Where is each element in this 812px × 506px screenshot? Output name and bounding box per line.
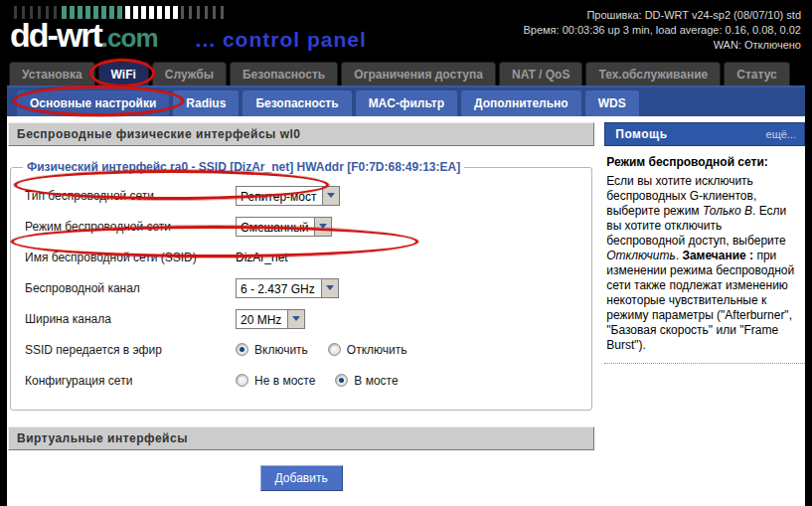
row-channel-width: Ширина канала 20 MHz	[21, 303, 581, 334]
help-more-link[interactable]: ещё...	[766, 128, 796, 140]
channel-width-value: 20 MHz	[237, 310, 287, 328]
wireless-channel-label: Беспроводной канал	[25, 281, 236, 295]
settings-column: Беспроводные физические интерфейсы wl0 Ф…	[7, 122, 594, 506]
radio-bridged-label: В мосте	[354, 374, 398, 388]
dropdown-arrow-icon	[322, 187, 339, 205]
radio-unbridged[interactable]	[236, 374, 248, 387]
channel-width-select[interactable]: 20 MHz	[236, 309, 305, 329]
row-wireless-channel: Беспроводной канал 6 - 2.437 GHz	[21, 272, 581, 303]
section-header-physical-interfaces: Беспроводные физические интерфейсы wl0	[8, 122, 594, 146]
dropdown-arrow-icon	[321, 279, 338, 297]
subtab-wireless-security[interactable]: Безопасность	[243, 90, 351, 116]
tab-security[interactable]: Безопасность	[230, 62, 338, 85]
radio-unbridged-label: Не в мосте	[254, 374, 315, 388]
subtab-advanced[interactable]: Дополнительно	[461, 90, 581, 116]
tab-nat-qos[interactable]: NAT / QoS	[499, 62, 582, 85]
row-ssid-broadcast: SSID передается в эфир Включить Отключит…	[21, 334, 581, 365]
add-button[interactable]: Добавить	[260, 465, 343, 491]
subtab-mac-filter[interactable]: MAC-фильтр	[356, 90, 457, 116]
help-note-text: при изменении режима беспроводной сети т…	[606, 249, 794, 352]
tab-status[interactable]: Статус	[724, 62, 789, 85]
content-area: Беспроводные физические интерфейсы wl0 Ф…	[7, 116, 805, 506]
help-header: Помощь ещё...	[604, 122, 805, 146]
subtab-basic-settings[interactable]: Основные настройки	[17, 90, 169, 116]
physical-interface-fieldset: Физический интерфейс ra0 - SSID [DizAr_n…	[10, 160, 592, 411]
add-row: Добавить	[8, 465, 594, 491]
tab-access-restrictions[interactable]: Ограничения доступа	[341, 62, 496, 85]
main-nav: Установка WiFi Службы Безопасность Огран…	[7, 60, 805, 85]
dd-wrt-control-panel-window: dd-wrt .com ... control panel Прошивка: …	[0, 0, 812, 506]
radio-broadcast-enable[interactable]	[236, 343, 248, 356]
network-config-radios: Не в мосте В мосте	[236, 374, 412, 388]
dropdown-arrow-icon	[314, 218, 331, 236]
help-text-em: Отключить	[606, 249, 675, 262]
row-ssid: Имя беспроводной сети (SSID)	[21, 242, 581, 272]
subtab-radius[interactable]: Radius	[173, 90, 239, 116]
wireless-channel-value: 6 - 2.437 GHz	[237, 279, 321, 297]
wan-status: WAN: Отключено	[523, 38, 801, 53]
help-sidebar: Помощь ещё... Режим беспроводной сети: Е…	[604, 122, 805, 506]
ssid-input[interactable]	[236, 251, 424, 264]
radio-bridged[interactable]	[335, 374, 348, 387]
firmware-version: Прошивка: DD-WRT v24-sp2 (08/07/10) std	[523, 8, 801, 23]
tab-setup[interactable]: Установка	[9, 62, 95, 85]
row-wireless-mode: Режим беспроводной сети Смешанный	[21, 211, 581, 242]
logo-domain-suffix: .com	[101, 23, 158, 54]
wireless-mode-select[interactable]: Смешанный	[236, 217, 332, 237]
help-note-label: Замечание :	[682, 249, 753, 262]
logo-text: dd-wrt	[10, 20, 101, 50]
help-heading: Режим беспроводной сети:	[606, 155, 803, 170]
router-status-info: Прошивка: DD-WRT v24-sp2 (08/07/10) std …	[523, 8, 801, 53]
radio-broadcast-enable-label: Включить	[254, 343, 308, 357]
ssid-label: Имя беспроводной сети (SSID)	[25, 251, 236, 264]
help-title: Помощь	[615, 127, 667, 141]
subtab-wds[interactable]: WDS	[585, 90, 639, 116]
ssid-broadcast-label: SSID передается в эфир	[25, 343, 236, 357]
section-header-virtual-interfaces: Виртуальные интерфейсы	[8, 426, 594, 450]
fieldset-legend: Физический интерфейс ra0 - SSID [DizAr_n…	[23, 160, 464, 174]
channel-width-label: Ширина канала	[25, 312, 236, 326]
header: dd-wrt .com ... control panel Прошивка: …	[7, 0, 805, 60]
wireless-type-select[interactable]: Репитер-мост	[236, 186, 340, 206]
row-network-config: Конфигурация сети Не в мосте В мосте	[21, 365, 581, 396]
wireless-mode-label: Режим беспроводной сети	[25, 220, 236, 234]
tab-wifi[interactable]: WiFi	[98, 62, 149, 85]
radio-broadcast-disable[interactable]	[328, 343, 341, 356]
wireless-mode-value: Смешанный	[237, 218, 314, 236]
help-text: .	[676, 249, 679, 262]
ssid-broadcast-radios: Включить Отключить	[236, 343, 421, 357]
wireless-type-label: Тип беспроводной сети	[25, 189, 236, 203]
tab-administration[interactable]: Тех.обслуживание	[585, 62, 721, 85]
tab-services[interactable]: Службы	[152, 62, 227, 85]
logo-tagline: ... control panel	[196, 28, 367, 52]
help-body: Режим беспроводной сети: Если вы хотите …	[604, 146, 805, 364]
sub-nav: Основные настройки Radius Безопасность M…	[7, 85, 805, 116]
network-config-label: Конфигурация сети	[25, 374, 236, 388]
help-text-em: Только B	[703, 204, 752, 218]
row-wireless-type: Тип беспроводной сети Репитер-мост	[21, 180, 581, 211]
radio-broadcast-disable-label: Отключить	[347, 343, 407, 357]
logo: dd-wrt .com ... control panel	[10, 6, 367, 54]
uptime-load: Время: 00:03:36 up 3 min, load average: …	[523, 23, 801, 38]
wireless-type-value: Репитер-мост	[237, 187, 322, 205]
wireless-channel-select[interactable]: 6 - 2.437 GHz	[236, 278, 339, 298]
dropdown-arrow-icon	[287, 310, 304, 328]
